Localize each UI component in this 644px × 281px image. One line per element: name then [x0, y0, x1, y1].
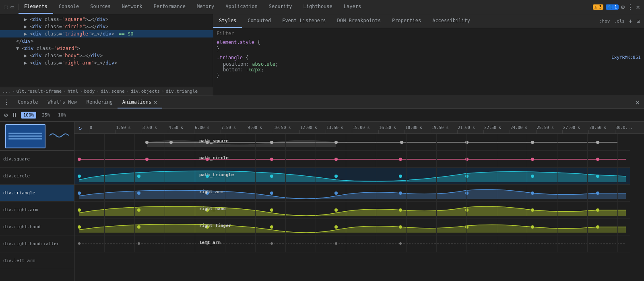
tab-memory[interactable]: Memory [191, 0, 220, 14]
anim-label-triangle[interactable]: div.triangle [0, 185, 74, 202]
tab-elements[interactable]: Elements [19, 0, 53, 14]
tab-security[interactable]: Security [263, 0, 298, 14]
track-wave-circle [74, 151, 630, 168]
dot [335, 242, 337, 245]
hov-button[interactable]: :hov [599, 19, 610, 24]
dot [465, 225, 469, 229]
settings-icon[interactable]: ⚙ [621, 3, 625, 11]
tab-event-listeners[interactable]: Event Listeners [277, 14, 331, 28]
ruler-tick: 10.50 s [273, 125, 299, 134]
speed-10-button[interactable]: 10% [56, 112, 68, 119]
dom-line-right-arm[interactable]: ▶ <div class="right-arm">…</div> [0, 59, 213, 67]
anim-label-circle[interactable]: div.circle [0, 168, 74, 185]
dot [399, 225, 402, 229]
breadcrumb-item-iframe[interactable]: ult.result-iframe [17, 89, 62, 94]
device-icon[interactable]: ▭ [10, 4, 14, 10]
anim-name-square: path_square [199, 138, 229, 144]
bottom-tab-menu[interactable]: ⋮ [0, 96, 13, 108]
ruler-tick: 18.00 s [405, 125, 431, 134]
breadcrumb-item-body[interactable]: body [84, 89, 95, 94]
breadcrumb-item-html[interactable]: html [68, 89, 78, 94]
dom-line-square[interactable]: ▶ <div class="square">…</div> [0, 16, 213, 23]
bottom-panel-close[interactable]: ✕ [631, 96, 644, 108]
dom-line-circle[interactable]: ▶ <div class="circle">…</div> [0, 23, 213, 30]
breadcrumb-item-ellipsis[interactable]: ... [2, 89, 10, 94]
speed-25-button[interactable]: 25% [39, 112, 52, 119]
tab-animations[interactable]: Animations ✕ [118, 96, 162, 108]
anim-timeline: div.square div.circle div.triangle div.r… [0, 122, 644, 281]
tab-styles[interactable]: Styles [213, 14, 242, 28]
breadcrumb-item-scene[interactable]: div.scene [101, 89, 125, 94]
anim-stop-button[interactable]: ⊘ [4, 111, 8, 119]
dot [270, 191, 273, 195]
dot [270, 208, 273, 212]
anim-label-right-hand[interactable]: div.right-hand [0, 219, 74, 235]
anim-ruler-wrap: ↻ (function(){ const labels = ["0","1.50… [74, 122, 644, 134]
dom-line-close-div[interactable]: </div> [0, 37, 213, 45]
anim-label-left-arm[interactable]: div.left-arm [0, 252, 74, 269]
tab-animations-close[interactable]: ✕ [154, 99, 157, 105]
toggle-panel-button[interactable]: ⊡ [637, 18, 640, 24]
dot [399, 208, 402, 212]
replay-button[interactable]: ↻ [78, 125, 82, 131]
ruler-tick: 22.50 s [483, 125, 510, 134]
tab-computed[interactable]: Computed [242, 14, 277, 28]
dot [531, 191, 534, 195]
speed-100-button[interactable]: 100% [21, 112, 37, 119]
tab-performance[interactable]: Performance [148, 0, 191, 14]
tab-whats-new[interactable]: What's New [43, 96, 82, 108]
cls-button[interactable]: .cls [614, 19, 625, 24]
dot [531, 141, 534, 144]
ruler-tick: 9.00 s [247, 125, 273, 134]
anim-label-right-hand-after[interactable]: div.right-hand::after [0, 235, 74, 252]
style-source-triangle[interactable]: ExyYRMK:851 [611, 55, 641, 61]
dom-line-wizard[interactable]: ▼ <div class="wizard"> [0, 45, 213, 52]
filter-input[interactable] [217, 31, 641, 36]
tab-layers[interactable]: Layers [338, 0, 367, 14]
tab-application[interactable]: Application [220, 0, 263, 14]
track-right-hand: right_hand [74, 202, 630, 219]
tab-lighthouse[interactable]: Lighthouse [298, 0, 338, 14]
dot [596, 225, 599, 229]
add-style-button[interactable]: + [629, 17, 633, 25]
tab-console-bottom[interactable]: Console [13, 96, 43, 108]
inspect-icon[interactable]: ⬚ [4, 4, 7, 10]
anim-name-right-arm: right_arm [199, 189, 223, 194]
close-icon[interactable]: ✕ [636, 3, 640, 11]
track-wave-right-hand-after [74, 219, 630, 235]
anim-pause-button[interactable]: ⏸ [11, 111, 18, 119]
dot [334, 208, 338, 212]
dot [137, 191, 140, 195]
top-tabbar: ⬚ ▭ Elements Console Sources Network Per… [0, 0, 644, 14]
dot [399, 242, 402, 245]
anim-ruler[interactable]: (function(){ const labels = ["0","1.50 s… [86, 122, 644, 134]
dom-line-triangle[interactable]: ▶ <div class="triangle">…</div> == $0 [0, 30, 213, 37]
info-badge[interactable]: 🔵 1 [606, 4, 619, 10]
tab-properties[interactable]: Properties [386, 14, 427, 28]
ruler-tick: 27.00 s [562, 125, 588, 134]
tab-dom-breakpoints[interactable]: DOM Breakpoints [332, 14, 386, 28]
dom-line-body[interactable]: ▶ <div class="body">…</div> [0, 52, 213, 59]
style-rule-triangle: .triangle { ExyYRMK:851 position: absolu… [217, 55, 641, 78]
preview-squiggle [49, 131, 69, 141]
anim-label-square[interactable]: div.square [0, 151, 74, 168]
warning-badge[interactable]: ⚠ 3 [593, 4, 603, 10]
dot [145, 141, 149, 144]
dom-panel: ▶ <div class="square">…</div> ▶ <div cla… [0, 14, 213, 96]
tab-console[interactable]: Console [53, 0, 85, 14]
preview-line-3 [8, 138, 42, 139]
bottom-section: ⋮ Console What's New Rendering Animation… [0, 96, 644, 281]
tab-sources[interactable]: Sources [85, 0, 116, 14]
ruler-tick: 21.00 s [457, 125, 483, 134]
track-wave-triangle [74, 168, 630, 185]
dot [78, 208, 81, 212]
anim-label-right-arm[interactable]: div.right-arm [0, 202, 74, 219]
dot [78, 191, 81, 195]
more-icon[interactable]: ⋮ [627, 3, 634, 11]
tab-rendering[interactable]: Rendering [82, 96, 118, 108]
breadcrumb-item-triangle[interactable]: div.triangle [166, 89, 198, 94]
breadcrumb-item-objects[interactable]: div.objects [130, 89, 160, 94]
dot [137, 208, 140, 212]
tab-accessibility[interactable]: Accessibility [427, 14, 476, 28]
tab-network[interactable]: Network [116, 0, 148, 14]
